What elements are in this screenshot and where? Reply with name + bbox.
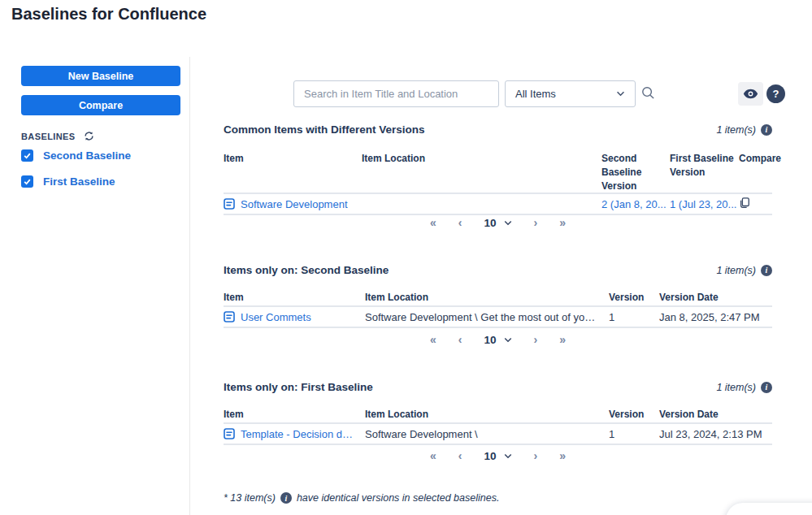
first-page-button[interactable]: « [430, 449, 436, 462]
page-icon [224, 311, 235, 322]
page-title: Baselines for Confluence [11, 5, 206, 24]
page-icon [224, 198, 235, 210]
chevron-down-icon [504, 220, 512, 226]
version-cell: 1 [609, 428, 659, 440]
compare-button[interactable]: Compare [21, 95, 180, 115]
prev-page-button[interactable]: ‹ [458, 449, 462, 462]
filter-selected-value: All Items [515, 88, 556, 100]
column-header-second-baseline-version: Second Baseline Version [601, 152, 670, 193]
item-count: 1 item(s) i [716, 382, 772, 393]
section-title: Items only on: First Baseline [224, 381, 373, 393]
column-header-item-location: Item Location [365, 408, 609, 422]
floating-widget-button[interactable] [726, 503, 812, 515]
prev-page-button[interactable]: ‹ [458, 333, 462, 346]
next-page-button[interactable]: › [534, 449, 538, 462]
pagination-common-items: « ‹ 10 › » [224, 216, 772, 229]
info-icon[interactable]: i [761, 265, 772, 276]
column-header-version-date: Version Date [659, 408, 772, 422]
page-icon [224, 428, 235, 439]
search-input[interactable] [293, 80, 499, 107]
page-size-value: 10 [484, 334, 496, 346]
sidebar-divider [189, 57, 190, 515]
last-page-button[interactable]: » [559, 449, 566, 462]
column-header-version-date: Version Date [659, 291, 772, 305]
item-link[interactable]: Template - Decision doc... [241, 428, 357, 440]
item-count: 1 item(s) i [716, 265, 772, 276]
refresh-icon[interactable] [84, 131, 94, 141]
section-header-common-items: Common Items with Different Versions 1 i… [224, 123, 772, 136]
info-icon[interactable]: i [761, 124, 772, 136]
column-header-first-baseline-version: First Baseline Version [670, 152, 739, 180]
pagination-second-baseline-only: « ‹ 10 › » [224, 333, 772, 346]
column-header-item: Item [224, 152, 362, 166]
section-title: Common Items with Different Versions [224, 123, 425, 136]
version-date-cell: Jan 8, 2025, 2:47 PM [659, 311, 772, 323]
visibility-toggle-button[interactable] [738, 82, 763, 106]
chevron-down-icon [504, 337, 512, 343]
column-header-item-location: Item Location [362, 152, 601, 166]
item-type-filter-dropdown[interactable]: All Items [505, 80, 636, 107]
item-location-cell: Software Development \ [365, 428, 609, 440]
prev-page-button[interactable]: ‹ [458, 216, 462, 229]
table-header-row: Item Item Location Second Baseline Versi… [224, 152, 772, 194]
baselines-heading-row: BASELINES [21, 131, 94, 141]
baseline-row-first: First Baseline [21, 175, 115, 188]
search-icon[interactable] [641, 86, 658, 102]
second-baseline-version-link[interactable]: 2 (Jan 8, 20... [601, 198, 667, 210]
last-page-button[interactable]: » [559, 216, 566, 229]
next-page-button[interactable]: › [534, 333, 538, 346]
section-header-second-baseline-only: Items only on: Second Baseline 1 item(s)… [224, 264, 772, 276]
info-icon[interactable]: i [280, 492, 292, 504]
page-size-value: 10 [484, 450, 496, 462]
item-count: 1 item(s) i [716, 124, 772, 136]
eye-icon [743, 89, 758, 99]
item-link[interactable]: Software Development [241, 198, 348, 210]
first-baseline-version-link[interactable]: 1 (Jul 23, 20... [670, 198, 736, 210]
column-header-item-location: Item Location [365, 291, 609, 305]
table-second-baseline-only: Item Item Location Version Version Date … [224, 291, 772, 328]
identical-items-note: * 13 item(s) i have identical versions i… [224, 492, 499, 504]
last-page-button[interactable]: » [559, 333, 566, 346]
compare-versions-button[interactable] [739, 199, 750, 211]
copy-icon [739, 197, 750, 209]
new-baseline-button[interactable]: New Baseline [21, 66, 180, 86]
table-header-row: Item Item Location Version Version Date [224, 291, 772, 307]
checkmark-icon [23, 177, 32, 186]
table-row: Template - Decision doc... Software Deve… [224, 424, 772, 445]
column-header-compare: Compare [739, 152, 772, 166]
page-size-dropdown[interactable]: 10 [484, 217, 511, 229]
note-suffix: have identical versions in selected base… [297, 492, 499, 504]
next-page-button[interactable]: › [534, 216, 538, 229]
table-row: Software Development 2 (Jan 8, 20... 1 (… [224, 194, 772, 215]
section-title: Items only on: Second Baseline [224, 264, 389, 276]
table-row: User Commets Software Development \ Get … [224, 307, 772, 328]
baselines-heading: BASELINES [21, 132, 76, 141]
first-page-button[interactable]: « [430, 333, 436, 346]
table-first-baseline-only: Item Item Location Version Version Date … [224, 408, 772, 445]
baseline-checkbox-second[interactable] [21, 149, 33, 162]
help-button[interactable]: ? [766, 84, 785, 103]
version-date-cell: Jul 23, 2024, 2:13 PM [659, 428, 772, 440]
column-header-version: Version [609, 291, 659, 305]
info-icon[interactable]: i [761, 382, 772, 393]
first-page-button[interactable]: « [430, 216, 436, 229]
page-size-dropdown[interactable]: 10 [484, 334, 511, 346]
baseline-checkbox-first[interactable] [21, 175, 33, 188]
column-header-item: Item [224, 408, 365, 422]
page-size-dropdown[interactable]: 10 [484, 450, 511, 462]
section-header-first-baseline-only: Items only on: First Baseline 1 item(s) … [224, 381, 772, 393]
baseline-link-first[interactable]: First Baseline [43, 175, 115, 188]
note-prefix: * 13 item(s) [224, 492, 276, 504]
baseline-link-second[interactable]: Second Baseline [43, 149, 131, 162]
chevron-down-icon [504, 453, 512, 459]
question-mark-icon: ? [773, 88, 779, 100]
item-location-cell: Software Development \ Get the most out … [365, 311, 609, 323]
baseline-row-second: Second Baseline [21, 149, 131, 162]
table-common-items: Item Item Location Second Baseline Versi… [224, 152, 772, 215]
pagination-first-baseline-only: « ‹ 10 › » [224, 449, 772, 462]
column-header-version: Version [609, 408, 659, 422]
item-link[interactable]: User Commets [241, 311, 311, 323]
version-cell: 1 [609, 311, 659, 323]
checkmark-icon [23, 151, 32, 160]
chevron-down-icon [616, 91, 625, 97]
